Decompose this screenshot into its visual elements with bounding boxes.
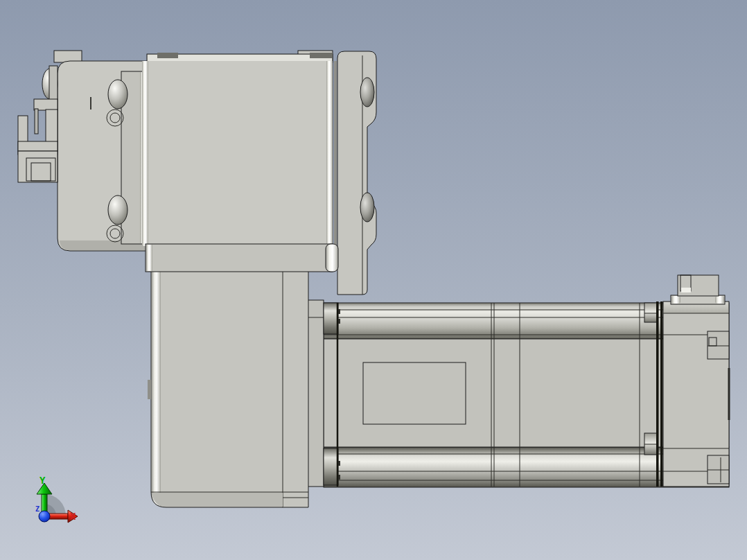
face-edge-highlight — [142, 61, 148, 246]
gearbox-foot-band — [152, 493, 283, 507]
top-tab-left — [54, 51, 82, 62]
gearbox-side-tab — [148, 380, 151, 399]
cad-scene: Z Y X — [0, 0, 747, 560]
carriage-band — [146, 244, 333, 272]
axis-z-label: Z — [35, 505, 39, 513]
face-slot — [310, 53, 333, 58]
band-end-cap — [326, 244, 338, 272]
connector-flange-cap — [715, 296, 724, 304]
connector-slot-highlight — [681, 288, 691, 292]
bracket-slot — [35, 109, 38, 134]
bearing-top — [324, 303, 338, 334]
cad-viewport[interactable]: Z Y X — [0, 0, 747, 560]
bracket-web — [18, 141, 58, 151]
dome-screw — [108, 80, 128, 109]
motor-connector[interactable] — [678, 275, 719, 296]
face-edge-highlight — [326, 61, 333, 246]
face-slot — [157, 53, 178, 58]
gearbox-body — [151, 271, 308, 507]
clamp-screw-top — [644, 303, 657, 322]
band-highlight — [146, 245, 152, 271]
bearing-bottom — [324, 448, 338, 485]
end-flange — [307, 300, 324, 487]
axis-origin-ball — [39, 511, 50, 522]
gearbox-edge-highlight — [152, 272, 161, 506]
axis-x-label: X — [70, 511, 76, 522]
motor-housing[interactable] — [663, 275, 730, 487]
connector-flange-cap — [671, 296, 680, 304]
motor-joint-line — [656, 301, 659, 487]
axis-y-label: Y — [39, 475, 46, 486]
face-edge-shadow — [334, 61, 337, 246]
shaft-edge — [728, 368, 730, 420]
carriage-face — [147, 54, 333, 246]
dome-screw-dark — [360, 193, 374, 222]
gearbox-housing[interactable] — [148, 271, 308, 507]
motor-joint-line — [660, 301, 663, 487]
bracket-base — [18, 151, 58, 182]
dome-screw — [108, 195, 128, 225]
edge-tick — [90, 97, 91, 110]
motor-step-top — [708, 331, 729, 359]
dome-screw-dark — [360, 78, 374, 107]
